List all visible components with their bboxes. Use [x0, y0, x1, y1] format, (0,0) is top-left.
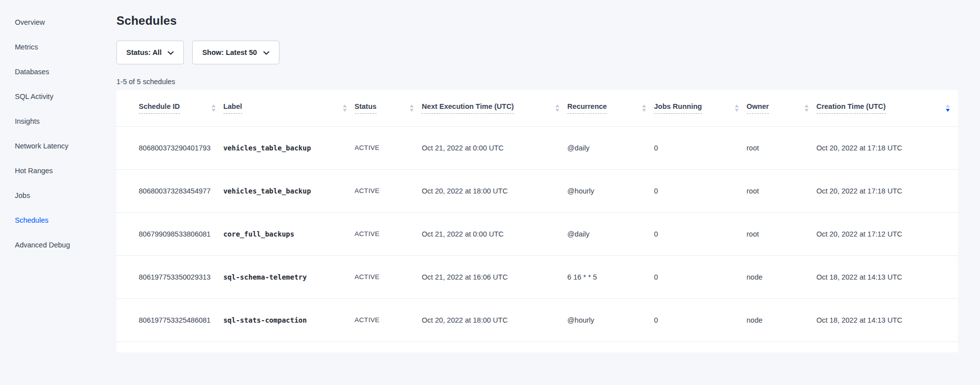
sidebar-item-insights[interactable]: Insights: [0, 109, 116, 134]
sidebar-item-sql-activity[interactable]: SQL Activity: [0, 84, 116, 109]
schedule-id-cell: 806799098533806081: [116, 212, 223, 255]
column-label: Next Execution Time (UTC): [422, 102, 514, 114]
schedules-page: Overview Metrics Databases SQL Activity …: [0, 0, 980, 385]
column-header-schedule-id[interactable]: Schedule ID: [116, 90, 223, 126]
status-cell: ACTIVE: [355, 255, 422, 298]
show-filter-dropdown[interactable]: Show: Latest 50: [192, 41, 279, 64]
table-row: 806800373290401793 vehicles_table_backup…: [116, 126, 958, 169]
next-execution-cell: Oct 21, 2022 at 0:00 UTC: [422, 126, 567, 169]
column-header-owner[interactable]: Owner: [747, 90, 817, 126]
table-row: 806197753350029313 sql-schema-telemetry …: [116, 255, 958, 298]
column-label: Label: [223, 102, 242, 114]
column-header-next-execution-time[interactable]: Next Execution Time (UTC): [422, 90, 567, 126]
owner-cell: root: [747, 169, 817, 212]
next-execution-cell: Oct 20, 2022 at 18:00 UTC: [422, 169, 567, 212]
owner-cell: root: [747, 212, 817, 255]
schedule-label-cell: vehicles_table_backup: [223, 126, 355, 169]
sidebar-item-advanced-debug[interactable]: Advanced Debug: [0, 233, 116, 257]
creation-time-cell: Oct 18, 2022 at 14:13 UTC: [817, 298, 958, 341]
sort-arrows-icon: [642, 104, 646, 112]
sidebar-item-schedules[interactable]: Schedules: [0, 208, 116, 233]
column-label: Owner: [747, 102, 769, 114]
sidebar: Overview Metrics Databases SQL Activity …: [0, 0, 116, 385]
recurrence-cell: @daily: [567, 212, 654, 255]
schedule-label-cell: sql-stats-compaction: [223, 298, 355, 341]
next-execution-cell: Oct 21, 2022 at 0:00 UTC: [422, 212, 567, 255]
schedule-label-cell: vehicles_table_backup: [223, 169, 355, 212]
jobs-running-cell: 0: [654, 126, 747, 169]
column-header-recurrence[interactable]: Recurrence: [567, 90, 654, 126]
schedule-label-cell: sql-schema-telemetry: [223, 255, 355, 298]
status-cell: ACTIVE: [355, 169, 422, 212]
column-header-creation-time[interactable]: Creation Time (UTC): [817, 90, 958, 126]
owner-cell: node: [747, 255, 817, 298]
schedules-table-card: Schedule ID Label Status Next Execu: [116, 90, 958, 352]
jobs-running-cell: 0: [654, 255, 747, 298]
next-execution-cell: Oct 21, 2022 at 16:06 UTC: [422, 255, 567, 298]
table-row: 806800373283454977 vehicles_table_backup…: [116, 169, 958, 212]
status-cell: ACTIVE: [355, 126, 422, 169]
status-filter-label: Status: All: [126, 48, 162, 56]
owner-cell: root: [747, 126, 817, 169]
sort-arrows-icon: [410, 104, 414, 112]
chevron-down-icon: [263, 51, 270, 55]
schedule-id-cell: 806197753350029313: [116, 255, 223, 298]
sort-arrows-icon: [555, 104, 559, 112]
status-cell: ACTIVE: [355, 298, 422, 341]
recurrence-cell: @hourly: [567, 298, 654, 341]
table-row: 806197753325486081 sql-stats-compaction …: [116, 298, 958, 341]
chevron-down-icon: [167, 51, 174, 55]
main-content: Schedules Status: All Show: Latest 50 1-…: [116, 0, 980, 385]
schedule-id-cell: 806800373290401793: [116, 126, 223, 169]
status-filter-dropdown[interactable]: Status: All: [116, 41, 184, 64]
sidebar-item-jobs[interactable]: Jobs: [0, 183, 116, 208]
jobs-running-cell: 0: [654, 298, 747, 341]
recurrence-cell: @daily: [567, 126, 654, 169]
owner-cell: node: [747, 298, 817, 341]
column-label: Creation Time (UTC): [817, 102, 886, 114]
column-label: Status: [355, 102, 377, 114]
schedule-id-cell: 806197753325486081: [116, 298, 223, 341]
schedule-id-cell: 806800373283454977: [116, 169, 223, 212]
creation-time-cell: Oct 20, 2022 at 17:12 UTC: [817, 212, 958, 255]
column-header-status[interactable]: Status: [355, 90, 422, 126]
schedule-label-cell: core_full_backups: [223, 212, 355, 255]
sort-arrows-icon: [343, 104, 347, 112]
sidebar-item-overview[interactable]: Overview: [0, 10, 116, 35]
recurrence-cell: @hourly: [567, 169, 654, 212]
page-title: Schedules: [116, 14, 980, 28]
creation-time-cell: Oct 20, 2022 at 17:18 UTC: [817, 126, 958, 169]
sidebar-item-hot-ranges[interactable]: Hot Ranges: [0, 158, 116, 183]
sidebar-item-network-latency[interactable]: Network Latency: [0, 134, 116, 158]
next-execution-cell: Oct 20, 2022 at 18:00 UTC: [422, 298, 567, 341]
creation-time-cell: Oct 18, 2022 at 14:13 UTC: [817, 255, 958, 298]
column-label: Jobs Running: [654, 102, 702, 114]
schedules-table: Schedule ID Label Status Next Execu: [116, 90, 958, 342]
sidebar-item-databases[interactable]: Databases: [0, 59, 116, 84]
status-cell: ACTIVE: [355, 212, 422, 255]
creation-time-cell: Oct 20, 2022 at 17:18 UTC: [817, 169, 958, 212]
jobs-running-cell: 0: [654, 169, 747, 212]
sort-arrows-icon: [805, 104, 809, 112]
results-count: 1-5 of 5 schedules: [116, 78, 980, 86]
show-filter-label: Show: Latest 50: [202, 48, 257, 56]
sort-arrows-icon: [946, 104, 950, 112]
filter-bar: Status: All Show: Latest 50: [116, 41, 980, 64]
column-header-jobs-running[interactable]: Jobs Running: [654, 90, 747, 126]
column-header-label[interactable]: Label: [223, 90, 355, 126]
jobs-running-cell: 0: [654, 212, 747, 255]
sort-arrows-icon: [212, 104, 216, 112]
table-row: 806799098533806081 core_full_backups ACT…: [116, 212, 958, 255]
recurrence-cell: 6 16 * * 5: [567, 255, 654, 298]
sidebar-item-metrics[interactable]: Metrics: [0, 35, 116, 59]
sort-arrows-icon: [735, 104, 739, 112]
column-label: Schedule ID: [139, 102, 180, 114]
table-header-row: Schedule ID Label Status Next Execu: [116, 90, 958, 126]
column-label: Recurrence: [567, 102, 607, 114]
